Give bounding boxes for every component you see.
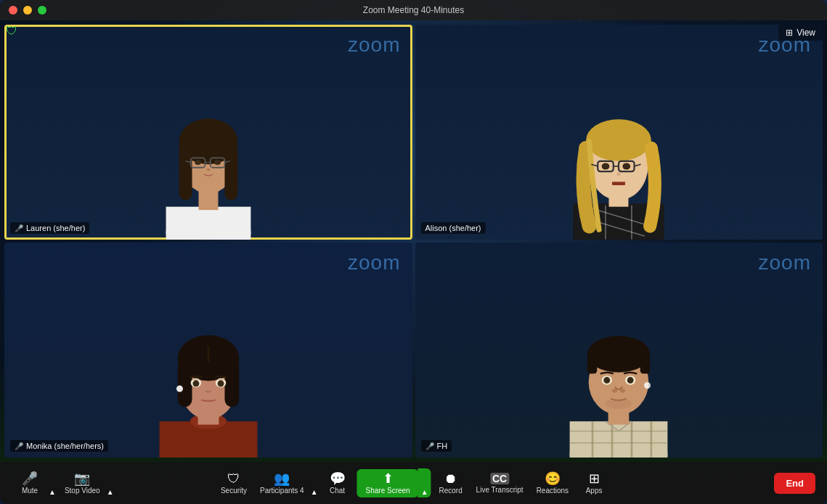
svg-point-67: [644, 383, 651, 389]
video-caret-button[interactable]: ▲: [107, 468, 114, 497]
shield-toolbar-icon: 🛡: [227, 472, 240, 485]
caret-up-icon-4: ▲: [421, 488, 428, 496]
live-transcript-button[interactable]: CC Live Transcript: [470, 470, 529, 497]
share-screen-button[interactable]: ⬆ Share Screen: [357, 469, 419, 497]
caret-up-icon: ▲: [49, 488, 56, 496]
monika-video: [45, 275, 371, 458]
mute-label: Mute: [22, 487, 38, 495]
svg-point-13: [214, 160, 221, 165]
participant-label-alison: Alison (she/her): [421, 222, 486, 234]
video-cell-fh: zoom 🎤 FH: [415, 243, 823, 458]
mic-muted-icon-3: 🎤: [15, 442, 23, 450]
titlebar: Zoom Meeting 40-Minutes: [0, 0, 827, 20]
security-button[interactable]: 🛡 Security: [215, 469, 253, 497]
svg-point-30: [623, 163, 631, 170]
alison-video: [456, 57, 782, 240]
participant-name-fh: FH: [437, 442, 448, 450]
stop-video-button[interactable]: 📷 Stop Video: [59, 469, 106, 497]
mute-group: 🎤 Mute ▲: [12, 468, 56, 497]
participants-caret-button[interactable]: ▲: [311, 468, 318, 497]
video-grid: zoom 🎤 Lauren (she/her): [0, 20, 827, 462]
view-button-area[interactable]: ⊞ View: [778, 25, 823, 41]
chat-button[interactable]: 💬 Chat: [319, 469, 356, 497]
participant-name-monika: Monika (she/her/hers): [26, 442, 104, 450]
toolbar: 🎤 Mute ▲ 📷 Stop Video ▲: [0, 462, 827, 504]
minimize-button[interactable]: [23, 6, 32, 15]
security-shield-icon: 🛡: [6, 25, 17, 38]
video-group: 📷 Stop Video ▲: [59, 468, 114, 497]
zoom-window: Zoom Meeting 40-Minutes 🛡 ⊞ View: [0, 0, 827, 504]
chat-icon: 💬: [330, 472, 346, 485]
svg-rect-40: [224, 358, 239, 407]
svg-rect-5: [179, 142, 192, 200]
participant-name-lauren: Lauren (she/her): [26, 224, 85, 232]
mic-icon: 🎤: [22, 472, 38, 485]
svg-point-45: [217, 381, 224, 387]
end-label: End: [786, 478, 804, 489]
window-controls: [9, 6, 46, 15]
reactions-button[interactable]: 😊 Reactions: [531, 469, 574, 497]
participants-button[interactable]: 👥 Participants 4: [254, 469, 310, 497]
apps-button[interactable]: ⊞ Apps: [576, 469, 612, 497]
security-label: Security: [221, 487, 247, 495]
chat-label: Chat: [330, 487, 345, 495]
svg-point-14: [206, 168, 210, 171]
video-cell-alison: zoom Alison (she/her): [415, 25, 823, 240]
participant-label-fh: 🎤 FH: [421, 440, 452, 452]
caret-up-icon-2: ▲: [107, 488, 114, 496]
main-content: 🛡 ⊞ View: [0, 20, 827, 504]
lauren-video: [45, 57, 371, 240]
zoom-watermark-4: zoom: [759, 251, 811, 275]
svg-rect-48: [570, 422, 668, 458]
mic-muted-icon: 🎤: [15, 224, 23, 232]
zoom-watermark-3: zoom: [348, 251, 400, 275]
share-screen-icon: ⬆: [383, 472, 394, 485]
participant-label-monika: 🎤 Monika (she/her/hers): [10, 440, 108, 452]
mute-button[interactable]: 🎤 Mute: [12, 469, 48, 497]
svg-point-29: [602, 163, 610, 170]
svg-point-44: [192, 381, 199, 387]
window-title: Zoom Meeting 40-Minutes: [363, 5, 464, 15]
apps-label: Apps: [586, 487, 603, 495]
svg-point-46: [176, 386, 183, 392]
video-cell-monika: zoom 🎤 Monika (she/her/hers): [4, 243, 412, 458]
zoom-watermark-1: zoom: [348, 33, 400, 57]
toolbar-left: 🎤 Mute ▲ 📷 Stop Video ▲: [12, 468, 114, 497]
reactions-label: Reactions: [537, 487, 569, 495]
caret-up-icon-3: ▲: [311, 488, 318, 496]
record-icon: ⏺: [444, 472, 457, 485]
share-caret-button[interactable]: ▲: [418, 468, 431, 497]
svg-point-62: [604, 377, 611, 383]
svg-point-31: [617, 173, 621, 176]
svg-point-23: [586, 120, 651, 162]
maximize-button[interactable]: [38, 6, 46, 15]
share-screen-group: ⬆ Share Screen ▲: [357, 468, 431, 497]
fh-video: [456, 275, 782, 458]
record-label: Record: [439, 487, 462, 495]
live-transcript-label: Live Transcript: [476, 486, 524, 494]
share-screen-label: Share Screen: [366, 487, 410, 495]
svg-point-64: [612, 389, 617, 393]
svg-point-63: [627, 377, 634, 383]
stop-video-label: Stop Video: [65, 487, 100, 495]
svg-rect-1: [166, 207, 250, 240]
participants-label: Participants 4: [260, 487, 304, 495]
svg-point-66: [606, 399, 632, 409]
mute-caret-button[interactable]: ▲: [49, 468, 56, 497]
svg-rect-6: [224, 142, 237, 200]
grid-icon: ⊞: [786, 28, 793, 38]
video-cell-lauren: zoom 🎤 Lauren (she/her): [4, 25, 412, 240]
end-button[interactable]: End: [774, 473, 815, 494]
participants-icon: 👥: [274, 472, 290, 485]
participant-label-lauren: 🎤 Lauren (she/her): [10, 222, 89, 234]
record-button[interactable]: ⏺ Record: [433, 469, 469, 497]
cc-icon: CC: [490, 473, 509, 484]
svg-point-12: [195, 160, 201, 165]
mic-muted-icon-4: 🎤: [425, 442, 434, 450]
view-button[interactable]: ⊞ View: [778, 25, 823, 41]
camera-icon: 📷: [74, 472, 90, 485]
svg-rect-58: [587, 354, 597, 374]
toolbar-right: End: [774, 473, 815, 494]
svg-rect-59: [640, 354, 650, 374]
close-button[interactable]: [9, 6, 17, 15]
